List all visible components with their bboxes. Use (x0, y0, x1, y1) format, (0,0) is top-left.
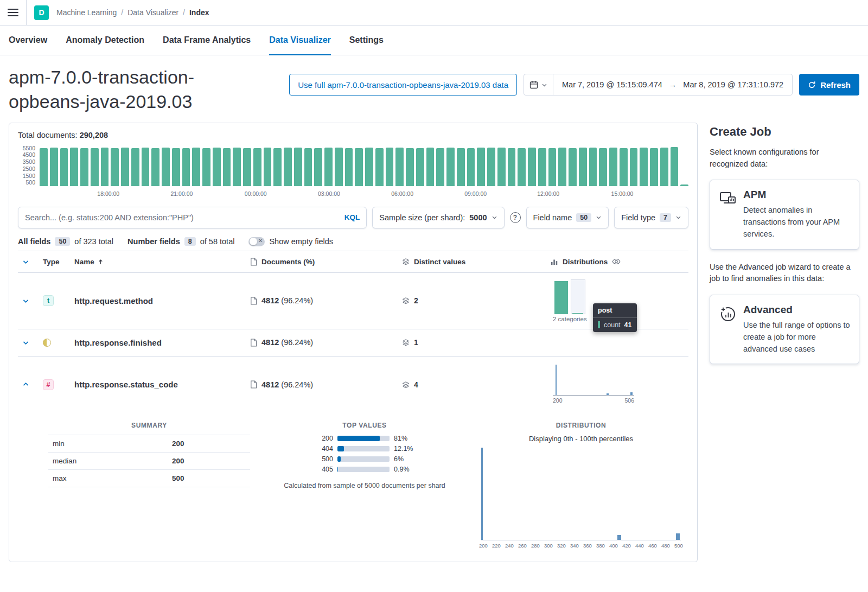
refresh-button[interactable]: Refresh (799, 74, 859, 96)
y-axis-tick: 3500 (23, 158, 35, 165)
timeline-bar (223, 148, 231, 186)
field-name: http.request.method (74, 296, 250, 305)
show-empty-fields-label: Show empty fields (269, 237, 333, 246)
app-logo[interactable]: D (34, 5, 49, 20)
field-name: http.response.finished (74, 338, 250, 347)
header-name[interactable]: Name (74, 258, 250, 266)
apm-icon (719, 189, 736, 240)
tab-overview[interactable]: Overview (9, 26, 47, 55)
search-bar: KQL (18, 207, 367, 228)
table-row-http-response-finished: http.response.finished 4812 (96.24%) 1 (18, 329, 688, 357)
chart-plot-area: 18:00:0021:00:0000:00:0003:00:0006:00:00… (40, 146, 688, 199)
header-documents[interactable]: Documents (%) (250, 258, 402, 266)
top-value-label: 405 (314, 466, 333, 473)
quick-select-date-button[interactable] (524, 74, 553, 95)
distribution-bar (676, 533, 680, 540)
distribution-cell: 2 categories post count 41 (551, 279, 688, 322)
field-type-filter[interactable]: Field type 7 (614, 207, 688, 228)
date-range-picker: Mar 7, 2019 @ 15:15:09.474 → Mar 8, 2019… (524, 74, 793, 96)
top-value-bar (337, 436, 390, 441)
show-empty-fields-toggle[interactable]: ✕ (248, 237, 265, 246)
tab-data-frame-analytics[interactable]: Data Frame Analytics (163, 26, 251, 55)
kql-language-button[interactable]: KQL (344, 213, 360, 221)
timeline-bar (375, 148, 384, 186)
timeline-bar (151, 148, 159, 186)
distribution-section: DISTRIBUTION Displaying 0th - 100th perc… (479, 422, 683, 549)
y-axis-tick: 500 (25, 179, 35, 186)
x-axis-tick: 15:00:00 (611, 190, 634, 197)
field-name-filter[interactable]: Field name 50 (526, 207, 609, 228)
expand-row-button[interactable] (18, 297, 43, 304)
search-input[interactable] (25, 213, 340, 222)
menu-icon[interactable] (8, 9, 18, 17)
timeline-bar (650, 148, 658, 186)
tooltip-category: post (593, 303, 637, 318)
timeline-bar (467, 148, 475, 186)
timeline-bar (345, 148, 353, 186)
top-value-percent: 0.9% (394, 466, 416, 473)
y-axis-tick: 5500 (23, 145, 35, 151)
timeline-bar (416, 148, 424, 186)
chevron-down-icon (541, 82, 547, 88)
y-axis-tick: 4500 (23, 151, 35, 158)
header-distributions[interactable]: Distributions (551, 257, 688, 266)
timeline-bar (233, 148, 241, 186)
distinct-values-cell: 1 (402, 338, 551, 347)
layers-icon (402, 381, 410, 389)
timeline-bar (314, 148, 322, 186)
apm-job-card[interactable]: APM Detect anomalies in transactions fro… (710, 180, 859, 249)
tab-anomaly-detection[interactable]: Anomaly Detection (66, 26, 144, 55)
percentile-distribution-chart[interactable] (481, 448, 681, 540)
eye-icon[interactable] (612, 257, 621, 266)
layers-icon (402, 339, 410, 346)
documents-cell: 4812 (96.24%) (250, 338, 402, 347)
x-axis-tick: 00:00:00 (245, 190, 267, 197)
collapse-row-button[interactable] (18, 381, 43, 388)
distribution-x-tick: 500 (674, 543, 683, 549)
collapse-all-button[interactable] (18, 258, 43, 265)
end-date[interactable]: Mar 8, 2019 @ 17:31:10.972 (683, 80, 783, 89)
categories-caption: 2 categories (553, 316, 587, 322)
table-row-http-response-status-code: # http.response.status_code 4812 (96.24%… (18, 357, 688, 413)
top-value-bar (337, 446, 390, 451)
x-axis-tick: 09:00:00 (464, 190, 487, 197)
advanced-job-card[interactable]: Advanced Use the full range of options t… (710, 295, 859, 364)
timeline-bar (243, 148, 251, 186)
top-value-row: 40412.1% (314, 445, 416, 453)
timeline-bar (640, 148, 648, 186)
timeline-bar (497, 148, 506, 186)
chevron-down-icon (492, 214, 497, 220)
header-distinct-values[interactable]: Distinct values (402, 258, 551, 266)
sample-size-select[interactable]: Sample size (per shard): 5000 (372, 207, 504, 228)
start-date[interactable]: Mar 7, 2019 @ 15:15:09.474 (562, 80, 662, 89)
timeline-bar (142, 148, 150, 186)
tab-settings[interactable]: Settings (349, 26, 384, 55)
mini-hist-max-label: 506 (624, 397, 634, 404)
category-distribution-chart[interactable]: 2 categories (553, 279, 587, 322)
create-job-intro: Select known configurations for recogniz… (710, 147, 859, 170)
summary-row-min: min 200 (48, 435, 250, 453)
help-icon[interactable]: ? (510, 212, 521, 223)
timeline-bar (60, 148, 68, 186)
breadcrumb-machine-learning[interactable]: Machine Learning (56, 8, 117, 17)
timeline-bar (273, 148, 282, 186)
header-type[interactable]: Type (43, 258, 74, 266)
numeric-distribution-chart[interactable]: 200 506 (553, 365, 634, 404)
breadcrumb-data-visualizer[interactable]: Data Visualizer (127, 8, 178, 17)
chevron-down-icon (22, 258, 29, 265)
chart-tooltip: post count 41 (593, 303, 637, 332)
timeline-bar (264, 148, 272, 186)
x-axis-tick: 18:00:00 (97, 190, 119, 197)
use-full-data-button[interactable]: Use full apm-7.0.0-transaction-opbeans-j… (289, 74, 517, 96)
timeline-bar (528, 148, 536, 186)
distribution-subtitle: Displaying 0th - 100th percentiles (479, 435, 683, 443)
timeline-bar (111, 148, 119, 186)
tab-data-visualizer[interactable]: Data Visualizer (269, 26, 331, 55)
top-value-row: 20081% (314, 435, 416, 442)
distribution-x-tick: 240 (505, 543, 514, 549)
expand-row-button[interactable] (18, 339, 43, 346)
x-axis-tick: 03:00:00 (318, 190, 340, 197)
timeline-bar (162, 148, 170, 186)
header-divider (26, 0, 27, 25)
advanced-card-description: Use the full range of options to create … (743, 320, 850, 355)
